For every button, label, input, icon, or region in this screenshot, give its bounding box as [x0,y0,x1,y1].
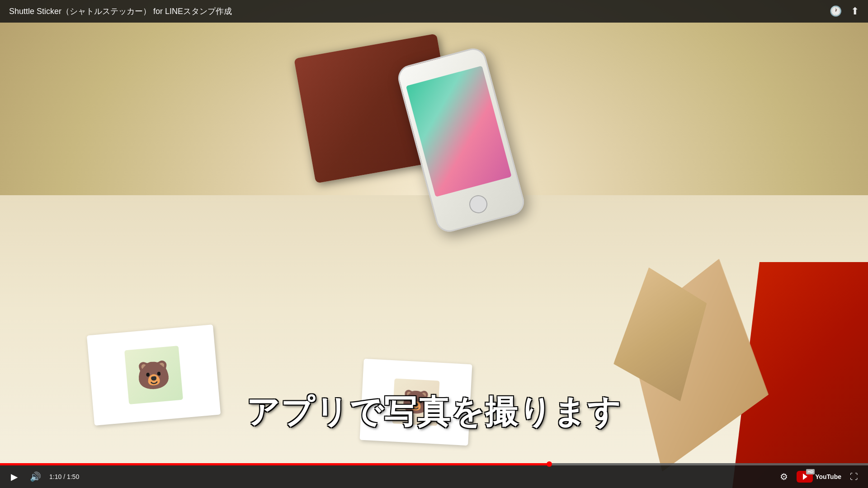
subtitle-text: アプリで写真を撮ります [246,394,622,430]
phone-home-button [467,193,490,215]
top-right-controls: 🕐 ⬆ [830,5,859,17]
play-button[interactable]: ▶ [7,469,21,484]
subtitle-overlay: アプリで写真を撮ります [0,390,868,434]
top-bar: Shuttle Sticker（シャトルステッカー） for LINEスタンプ作… [0,0,868,23]
share-icon[interactable]: ⬆ [851,5,859,17]
hd-badge: HD [806,469,815,474]
fullscreen-button[interactable]: ⛶ [847,469,861,484]
video-player: 🐻 🐻 アプリで写真を撮ります Shuttle Sticker（シャトルステッカ… [0,0,868,488]
youtube-logo-area: HD YouTube [797,471,841,483]
time-display: 1:10 / 1:50 [49,473,79,480]
watch-later-icon[interactable]: 🕐 [830,5,842,17]
right-controls: ⚙ HD YouTube ⛶ [777,469,861,484]
youtube-text: YouTube [815,473,841,480]
video-title: Shuttle Sticker（シャトルステッカー） for LINEスタンプ作… [9,6,830,17]
controls-row: ▶ 🔊 1:10 / 1:50 ⚙ HD YouTube ⛶ [0,465,868,488]
settings-button[interactable]: ⚙ [777,469,791,484]
progress-bar[interactable] [0,463,868,465]
youtube-play-icon: HD [797,471,813,483]
youtube-logo-icon: HD [797,471,813,483]
volume-button[interactable]: 🔊 [28,469,42,484]
bottom-controls-bar: ▶ 🔊 1:10 / 1:50 ⚙ HD YouTube ⛶ [0,463,868,488]
progress-bar-filled [0,463,549,465]
